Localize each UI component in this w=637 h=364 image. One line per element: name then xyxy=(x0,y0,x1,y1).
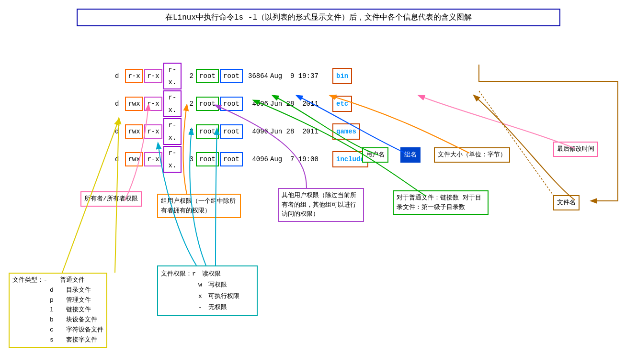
col-user-2: root xyxy=(196,97,219,111)
annotation-link-count: 对于普通文件：链接数 对于目录文件：第一级子目录数 xyxy=(393,190,489,215)
col-owner-2: rwx xyxy=(125,97,143,111)
col-name-1: bin xyxy=(332,68,352,84)
col-type-1: d xyxy=(115,70,125,82)
col-owner-1: r-x xyxy=(125,69,143,83)
col-type-2: d xyxy=(115,98,125,110)
col-user-1: root xyxy=(196,69,219,83)
col-grp-1: root xyxy=(220,69,243,83)
annotation-filename: 文件名 xyxy=(553,195,580,210)
annotation-file-perms: 文件权限：r 读权限 w 写权限 x 可执行权限 - 无权限 xyxy=(157,265,258,316)
col-user-3: root xyxy=(196,124,219,139)
col-group-3: r-x xyxy=(144,124,162,139)
col-name-3: games xyxy=(332,123,360,140)
file-row-2: d rwx r-x r-x. 2 root root 4096 Jun 28 2… xyxy=(115,90,368,118)
col-group-4: r-x xyxy=(144,152,162,166)
file-row-1: d r-x r-x r-x. 2 root root 36864 Aug 9 1… xyxy=(115,62,368,90)
col-date-3: Jun 28 2011 xyxy=(270,125,332,138)
col-links-2: 2 xyxy=(182,98,193,110)
file-row-4: d rwx r-x r-x. 3 root root 4096 Aug 7 19… xyxy=(115,145,368,173)
col-type-3: d xyxy=(115,125,125,138)
col-size-4: 4096 xyxy=(243,153,268,165)
annotation-username: 用户名 xyxy=(362,147,388,163)
col-group-1: r-x xyxy=(144,69,162,83)
annotation-filesize: 文件大小（单位：字节） xyxy=(434,147,510,163)
col-links-1: 2 xyxy=(182,70,193,82)
col-grp-4: root xyxy=(220,152,243,166)
col-other-4: r-x. xyxy=(163,146,182,173)
annotation-group-perms: 组用户权限（一个组中除所有者拥有的权限） xyxy=(157,194,241,218)
annotation-lastmodified: 最后修改时间 xyxy=(553,142,598,157)
col-other-1: r-x. xyxy=(163,63,182,89)
col-size-1: 36864 xyxy=(243,70,268,82)
file-listing: d r-x r-x r-x. 2 root root 36864 Aug 9 1… xyxy=(115,62,368,173)
col-date-2: Jun 28 2011 xyxy=(270,98,332,110)
col-date-4: Aug 7 19:00 xyxy=(270,153,332,165)
col-grp-3: root xyxy=(220,124,243,139)
col-owner-4: rwx xyxy=(125,152,143,166)
col-type-4: d xyxy=(115,153,125,165)
annotation-owner-perms: 所有者/所有者权限 xyxy=(80,191,142,207)
col-group-2: r-x xyxy=(144,97,162,111)
page-title: 在Linux中执行命令ls -l（以列表的形式显示文件）后，文件中各个信息代表的… xyxy=(77,9,560,26)
col-user-4: root xyxy=(196,152,219,166)
file-row-3: d rwx r-x r-x. 2 root root 4096 Jun 28 2… xyxy=(115,118,368,145)
annotation-other-perms: 其他用户权限（除过当前所有者的组，其他组可以进行访问的权限） xyxy=(278,188,364,222)
col-grp-2: root xyxy=(220,97,243,111)
annotation-file-type: 文件类型：- 普通文件 d 目录文件 p 管理文件 l 链接文件 b 块设备文件… xyxy=(9,273,107,348)
col-name-2: etc xyxy=(332,96,352,112)
col-links-4: 3 xyxy=(182,153,193,165)
col-other-3: r-x. xyxy=(163,118,182,145)
col-other-2: r-x. xyxy=(163,90,182,117)
col-owner-3: rwx xyxy=(125,124,143,139)
col-size-2: 4096 xyxy=(243,98,268,110)
col-date-1: Aug 9 19:37 xyxy=(270,70,332,82)
col-links-3: 2 xyxy=(182,125,193,138)
annotation-groupname: 组名 xyxy=(400,147,421,163)
col-size-3: 4096 xyxy=(243,125,268,138)
